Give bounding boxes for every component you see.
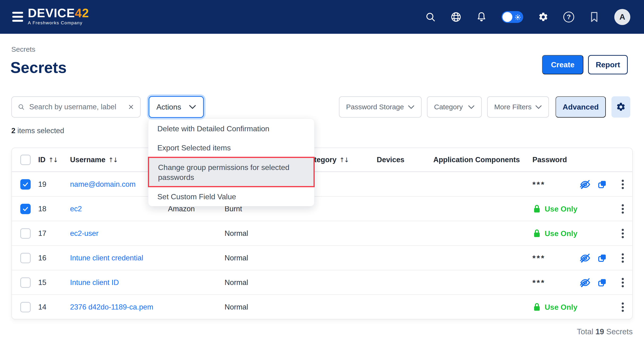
filter-password-storage[interactable]: Password Storage <box>339 96 422 118</box>
row-username-link[interactable]: Intune client credential <box>70 246 143 270</box>
copy-password-icon[interactable] <box>597 270 607 295</box>
menu-item-change-group-permissions-highlighted[interactable]: Change group permissions for selected pa… <box>148 157 315 187</box>
filter-more-filters[interactable]: More Filters <box>487 96 549 118</box>
gear-icon <box>616 102 626 112</box>
show-password-eye-slash-icon[interactable] <box>580 246 591 270</box>
search-input[interactable] <box>29 103 123 111</box>
sort-icon: ↑↓ <box>108 156 118 164</box>
row-username-link[interactable]: ec2 <box>70 197 82 221</box>
actions-dropdown-menu: Delete with Detailed Confirmation Export… <box>148 119 314 206</box>
column-header-application-components: Application Components <box>433 148 520 172</box>
filter-label: Password Storage <box>346 103 404 111</box>
row-kebab-menu[interactable] <box>618 197 628 221</box>
row-checkbox[interactable] <box>20 295 31 319</box>
page: DEVICE42 A Freshworks Company ? <box>0 0 644 348</box>
menu-item-export-selected-items[interactable]: Export Selected items <box>148 139 314 157</box>
row-kebab-menu[interactable] <box>618 221 628 246</box>
row-checkbox[interactable] <box>20 172 31 197</box>
device42-logo[interactable]: DEVICE42 A Freshworks Company <box>28 7 89 26</box>
select-all-checkbox[interactable] <box>20 148 31 172</box>
toggle-knob <box>502 12 512 22</box>
row-username-link[interactable]: ec2-user <box>70 221 98 246</box>
theme-toggle[interactable] <box>502 11 523 23</box>
selection-label: items selected <box>15 127 64 135</box>
lock-icon <box>532 228 542 238</box>
table-header-row: ID↑↓ Username↑↓ Category↑↓ Devices Appli… <box>12 148 632 172</box>
column-header-devices: Devices <box>377 148 404 172</box>
notifications-bell-icon[interactable] <box>476 12 487 23</box>
row-category: Normal <box>224 295 248 319</box>
table-row: 17 ec2-user Normal Use Only <box>12 221 632 245</box>
selection-count: 2 <box>11 127 15 135</box>
row-password-masked: *** <box>532 172 546 197</box>
show-password-eye-slash-icon[interactable] <box>580 172 591 197</box>
row-id: 18 <box>38 197 46 221</box>
column-header-password: Password <box>532 148 567 172</box>
row-checkbox[interactable] <box>20 221 31 246</box>
hamburger-menu-icon[interactable] <box>12 12 23 22</box>
search-icon <box>18 103 24 111</box>
selection-summary: 2 items selected <box>11 127 64 135</box>
table-row: 14 2376 d42do-1189-ca.pem Normal Use Onl… <box>12 294 632 319</box>
filter-label: Category <box>434 103 463 111</box>
actions-dropdown-button[interactable]: Actions <box>148 96 204 118</box>
row-id: 19 <box>38 172 46 197</box>
row-id: 16 <box>38 246 46 270</box>
logo-text: DEVICE <box>28 6 75 20</box>
menu-item-delete-with-detailed-confirmation[interactable]: Delete with Detailed Confirmation <box>148 119 314 139</box>
show-password-eye-slash-icon[interactable] <box>580 270 591 295</box>
bookmark-icon[interactable] <box>589 12 600 23</box>
table-settings-gear-button[interactable] <box>612 96 630 118</box>
table-row: 19 name@domain.com *** <box>12 172 632 196</box>
secrets-table: ID↑↓ Username↑↓ Category↑↓ Devices Appli… <box>11 148 633 319</box>
row-password-masked: *** <box>532 246 546 270</box>
avatar-initial: A <box>620 12 625 22</box>
user-avatar[interactable]: A <box>614 9 630 25</box>
row-password-use-only: Use Only <box>532 197 578 221</box>
filter-category[interactable]: Category <box>427 96 482 118</box>
row-checkbox[interactable] <box>20 270 31 295</box>
advanced-button[interactable]: Advanced <box>556 96 606 118</box>
row-username-link[interactable]: Intune client ID <box>70 270 119 295</box>
chevron-down-icon <box>468 105 475 109</box>
row-checkbox[interactable] <box>20 246 31 270</box>
settings-gear-icon[interactable] <box>538 12 549 23</box>
report-button[interactable]: Report <box>588 55 628 74</box>
row-category: Normal <box>224 221 248 246</box>
row-username-link[interactable]: name@domain.com <box>70 172 136 197</box>
column-header-id[interactable]: ID↑↓ <box>38 148 58 172</box>
row-id: 14 <box>38 295 46 319</box>
breadcrumb[interactable]: Secrets <box>11 45 36 53</box>
logo-42-text: 42 <box>75 6 89 20</box>
row-kebab-menu[interactable] <box>618 246 628 270</box>
help-icon[interactable]: ? <box>563 12 574 23</box>
actions-label: Actions <box>156 103 181 111</box>
row-password-masked: *** <box>532 270 546 295</box>
row-category: Normal <box>224 246 248 270</box>
clear-search-icon[interactable] <box>128 103 134 111</box>
chevron-down-icon <box>535 105 542 109</box>
lock-icon <box>532 204 542 214</box>
menu-item-set-custom-field-value[interactable]: Set Custom Field Value <box>148 187 314 206</box>
sort-icon: ↑↓ <box>339 156 348 164</box>
table-row: 18 ec2 Amazon Burnt Use Only <box>12 196 632 221</box>
row-kebab-menu[interactable] <box>618 172 628 197</box>
row-checkbox[interactable] <box>20 197 31 221</box>
row-kebab-menu[interactable] <box>618 270 628 295</box>
globe-icon[interactable] <box>450 12 462 23</box>
row-kebab-menu[interactable] <box>618 295 628 319</box>
column-header-username[interactable]: Username↑↓ <box>70 148 118 172</box>
sort-icon: ↑↓ <box>48 156 58 164</box>
row-category: Normal <box>224 270 248 295</box>
table-row: 15 Intune client ID Normal *** <box>12 270 632 294</box>
search-icon[interactable] <box>425 12 436 23</box>
create-button[interactable]: Create <box>542 55 583 74</box>
copy-password-icon[interactable] <box>597 246 607 270</box>
help-glyph: ? <box>567 13 571 21</box>
row-id: 15 <box>38 270 46 295</box>
row-username-link[interactable]: 2376 d42do-1189-ca.pem <box>70 295 153 319</box>
row-id: 17 <box>38 221 46 246</box>
search-box[interactable] <box>11 96 140 118</box>
logo-subtitle: A Freshworks Company <box>28 20 89 26</box>
copy-password-icon[interactable] <box>597 172 607 197</box>
